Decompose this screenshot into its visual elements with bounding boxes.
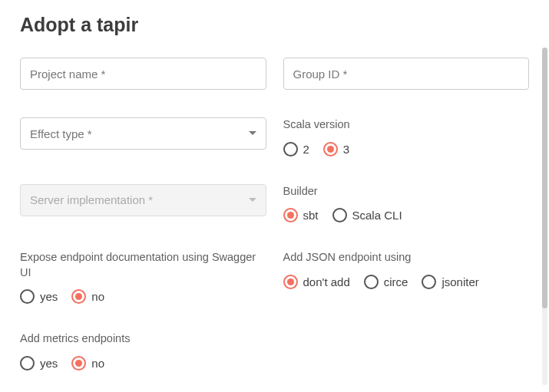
- builder-label: Builder: [283, 184, 530, 199]
- radio-icon: [422, 275, 436, 289]
- json-label: Add JSON endpoint using: [283, 250, 530, 265]
- json-jsoniter-radio[interactable]: jsoniter: [422, 275, 478, 289]
- radio-label: yes: [40, 357, 58, 370]
- metrics-label: Add metrics endpoints: [20, 331, 266, 347]
- radio-label: circe: [384, 275, 408, 288]
- scala-version-3-radio[interactable]: 3: [323, 142, 349, 156]
- effect-type-select[interactable]: Effect type *: [20, 117, 266, 150]
- project-name-input[interactable]: Project name *: [20, 58, 266, 90]
- radio-icon: [20, 289, 35, 304]
- scala-version-2-radio[interactable]: 2: [283, 142, 309, 156]
- radio-label: no: [91, 357, 104, 370]
- server-implementation-placeholder: Server implementation *: [30, 193, 153, 206]
- group-id-input[interactable]: Group ID *: [283, 58, 530, 90]
- radio-icon: [71, 289, 86, 304]
- swagger-yes-radio[interactable]: yes: [20, 289, 58, 304]
- scrollbar[interactable]: [542, 48, 547, 385]
- radio-label: don't add: [303, 275, 350, 288]
- radio-label: no: [91, 290, 104, 303]
- radio-label: Scala CLI: [352, 209, 402, 222]
- radio-icon: [20, 356, 35, 371]
- radio-icon: [283, 142, 298, 156]
- builder-sbt-radio[interactable]: sbt: [283, 208, 319, 222]
- swagger-label: Expose endpoint documentation using Swag…: [20, 250, 266, 280]
- scrollbar-thumb[interactable]: [542, 48, 547, 308]
- radio-icon: [364, 275, 379, 289]
- radio-icon: [283, 275, 298, 289]
- chevron-down-icon: [249, 198, 256, 203]
- radio-icon: [323, 142, 338, 156]
- metrics-no-radio[interactable]: no: [71, 356, 104, 371]
- radio-label: yes: [40, 290, 58, 303]
- group-id-placeholder: Group ID *: [293, 68, 348, 81]
- json-circe-radio[interactable]: circe: [364, 275, 408, 289]
- radio-icon: [332, 208, 347, 222]
- project-name-placeholder: Project name *: [30, 68, 105, 81]
- radio-label: sbt: [303, 209, 319, 222]
- swagger-no-radio[interactable]: no: [71, 289, 104, 304]
- effect-type-placeholder: Effect type *: [30, 127, 92, 140]
- page-title: Adopt a tapir: [20, 14, 529, 36]
- chevron-down-icon: [249, 131, 256, 136]
- json-dontadd-radio[interactable]: don't add: [283, 275, 350, 289]
- radio-label: 2: [303, 143, 309, 156]
- server-implementation-select[interactable]: Server implementation *: [20, 184, 266, 216]
- radio-icon: [283, 208, 298, 222]
- scala-version-label: Scala version: [283, 117, 530, 133]
- metrics-yes-radio[interactable]: yes: [20, 356, 58, 371]
- radio-icon: [71, 356, 86, 371]
- radio-label: jsoniter: [442, 275, 478, 288]
- radio-label: 3: [343, 143, 349, 156]
- builder-scalacli-radio[interactable]: Scala CLI: [332, 208, 402, 222]
